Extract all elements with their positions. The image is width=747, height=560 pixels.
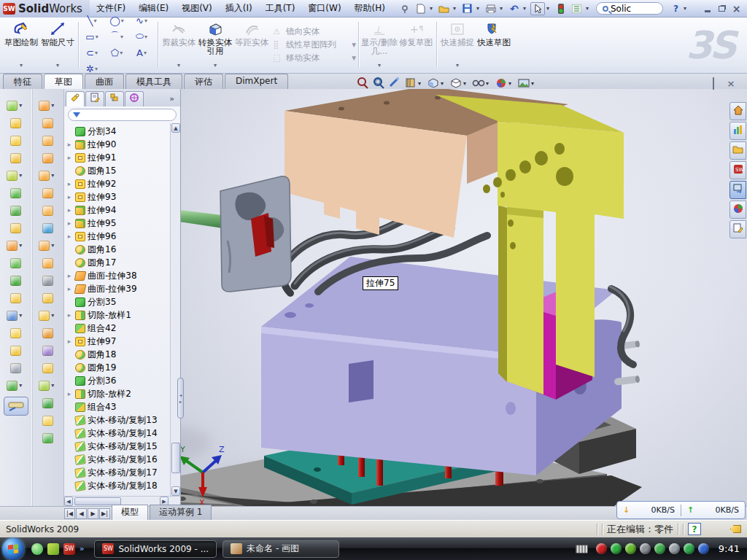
surfaces-tool-icon-19[interactable] xyxy=(39,432,58,444)
rapid-sketch-button[interactable]: 快速草图 xyxy=(476,19,512,70)
features-tool-icon-15[interactable] xyxy=(7,362,26,374)
menu-item-3[interactable]: 插入(I) xyxy=(219,0,259,17)
select-arrow-icon[interactable] xyxy=(530,2,545,15)
taskbar-clock[interactable]: 9:41 xyxy=(719,543,740,554)
quick-launch-overflow-chevron[interactable]: » xyxy=(80,545,84,553)
tab-曲面[interactable]: 曲面 xyxy=(85,74,124,89)
surfaces-tool-icon-12[interactable]: ▾ xyxy=(39,309,58,322)
features-tool-icon-12[interactable]: ▾ xyxy=(7,309,26,322)
model-tab-0[interactable]: 模型 xyxy=(112,505,148,520)
expand-arrow-icon[interactable]: ▸ xyxy=(66,193,73,201)
tray-icon-7[interactable] xyxy=(698,543,709,554)
surfaces-tool-icon-16[interactable]: ▾ xyxy=(39,379,58,392)
tree-item[interactable]: 圆角15 xyxy=(66,164,169,177)
tray-icon-3[interactable] xyxy=(640,543,651,554)
expand-arrow-icon[interactable]: ▸ xyxy=(66,141,73,148)
status-help-button[interactable]: ? xyxy=(688,523,701,535)
sketch-ellipse-icon[interactable]: ⬭▾ xyxy=(131,28,155,44)
display-delete-relations-button[interactable]: ⊥ 显示/删除几... ▾ xyxy=(361,19,398,70)
tab-scroll-button-2[interactable]: ▶ xyxy=(88,508,98,519)
tree-item[interactable]: ▸拉伸92 xyxy=(66,177,169,190)
tree-item[interactable]: 实体-移动/复制18 xyxy=(66,479,169,492)
sketch-button[interactable]: 草图绘制 ▾ xyxy=(3,19,39,70)
features-tool-icon-16[interactable]: ▾ xyxy=(7,379,26,392)
edit-appearance-icon[interactable]: ▾ xyxy=(495,77,514,90)
tree-item[interactable]: 圆角16 xyxy=(66,243,169,256)
sketch-rectangle-icon[interactable]: ▭▾ xyxy=(81,28,106,44)
trim-entities-button[interactable]: 剪裁实体 ▾ xyxy=(160,19,197,70)
open-folder-icon[interactable] xyxy=(437,2,452,15)
tray-icon-0[interactable] xyxy=(596,543,607,554)
sketch-slot-icon[interactable]: ⊂▾ xyxy=(81,44,106,61)
surfaces-tool-icon-4[interactable]: ▾ xyxy=(39,169,58,182)
view-palette-tab[interactable] xyxy=(729,181,746,199)
tab-scroll-button-3[interactable]: ▶| xyxy=(99,508,110,519)
tree-item[interactable]: 圆角17 xyxy=(66,256,169,269)
tab-特征[interactable]: 特征 xyxy=(3,74,42,89)
surfaces-tool-icon-13[interactable] xyxy=(39,327,58,339)
tab-模具工具[interactable]: 模具工具 xyxy=(125,74,182,89)
tree-vertical-scrollbar[interactable]: ▲ ▼ xyxy=(170,123,180,496)
features-tool-icon-6[interactable] xyxy=(7,204,26,217)
doc-minimize-button[interactable] xyxy=(690,78,702,89)
doc-restore-button[interactable] xyxy=(708,78,719,89)
tree-item[interactable]: ▸拉伸91 xyxy=(66,151,169,164)
features-tool-icon-0[interactable]: ▾ xyxy=(7,99,26,112)
tree-item[interactable]: 分割34 xyxy=(66,125,169,138)
apply-scene-icon[interactable]: ▾ xyxy=(517,77,537,90)
tree-item[interactable]: 分割36 xyxy=(66,374,169,387)
menu-item-4[interactable]: 工具(T) xyxy=(259,0,302,17)
search-box[interactable]: Solic xyxy=(596,2,663,15)
tree-item[interactable]: ▸拉伸95 xyxy=(66,217,169,230)
design-library-tab[interactable] xyxy=(729,122,746,140)
tree-item[interactable]: ▸切除-放样2 xyxy=(66,387,169,400)
tab-草图[interactable]: 草图 xyxy=(44,74,83,89)
configurationmanager-tab[interactable] xyxy=(105,91,124,106)
expand-arrow-icon[interactable]: ▸ xyxy=(66,233,73,240)
tree-item[interactable]: 圆角18 xyxy=(66,348,169,361)
surfaces-tool-icon-5[interactable] xyxy=(39,187,58,199)
surfaces-tool-icon-0[interactable]: ▾ xyxy=(39,99,58,112)
help-button[interactable]: ? xyxy=(670,3,682,14)
scroll-up-arrow[interactable]: ▲ xyxy=(171,123,180,133)
view-rotate-icon[interactable] xyxy=(388,77,401,90)
tree-item[interactable]: 分割35 xyxy=(66,295,169,308)
expand-arrow-icon[interactable]: ▸ xyxy=(66,338,73,345)
tree-item[interactable]: ▸拉伸96 xyxy=(66,230,169,243)
expand-arrow-icon[interactable]: ▸ xyxy=(66,272,73,279)
tree-item[interactable]: ▸拉伸97 xyxy=(66,335,169,348)
propertymanager-tab[interactable] xyxy=(85,91,104,106)
expand-arrow-icon[interactable]: ▸ xyxy=(66,285,73,292)
tab-scroll-button-0[interactable]: |◀ xyxy=(64,508,75,519)
task-button-1[interactable]: 未命名 - 画图 xyxy=(222,540,339,558)
surfaces-tool-icon-8[interactable]: ▾ xyxy=(39,239,58,252)
features-tool-icon-9[interactable] xyxy=(7,257,26,269)
graphics-viewport[interactable]: Y Z X SW xyxy=(181,89,747,506)
view-orientation-icon[interactable]: ▾ xyxy=(427,77,446,90)
quick-snaps-button[interactable]: 快速捕捉 ▾ xyxy=(439,19,476,70)
solidworks-resources-tab[interactable]: SW xyxy=(729,161,746,179)
section-view-icon[interactable]: ▾ xyxy=(404,77,424,90)
linear-sketch-pattern-button[interactable]: ⣿ 线性草图阵列 ▾ xyxy=(270,39,356,50)
tray-icon-2[interactable] xyxy=(625,543,636,554)
input-method-keyboard-icon[interactable] xyxy=(576,545,588,553)
smart-dimension-button[interactable]: 智能尺寸 ▾ xyxy=(39,19,76,70)
tree-item[interactable]: 实体-移动/复制17 xyxy=(66,466,169,479)
file-explorer-tab[interactable] xyxy=(729,141,746,160)
features-tool-icon-14[interactable] xyxy=(7,344,26,357)
tree-item[interactable]: ▸拉伸94 xyxy=(66,203,169,217)
mirror-entities-button[interactable]: ⚠ 镜向实体 xyxy=(270,26,356,37)
save-icon[interactable] xyxy=(460,2,475,15)
tree-item[interactable]: ▸曲面-拉伸39 xyxy=(66,282,169,295)
menu-item-2[interactable]: 视图(V) xyxy=(175,0,219,17)
tab-scroll-button-1[interactable]: ◀ xyxy=(76,508,87,519)
expand-arrow-icon[interactable]: ▸ xyxy=(66,311,73,319)
tree-filter-input[interactable] xyxy=(68,109,177,121)
traffic-light-icon[interactable] xyxy=(554,2,568,15)
menu-item-5[interactable]: 窗口(W) xyxy=(301,0,347,17)
features-tool-icon-8[interactable]: ▾ xyxy=(7,239,26,252)
featuremanager-tab[interactable] xyxy=(66,91,85,106)
doc-close-button[interactable]: × xyxy=(725,78,737,89)
tag-icon[interactable] xyxy=(730,525,741,533)
surfaces-tool-icon-17[interactable] xyxy=(39,397,58,409)
